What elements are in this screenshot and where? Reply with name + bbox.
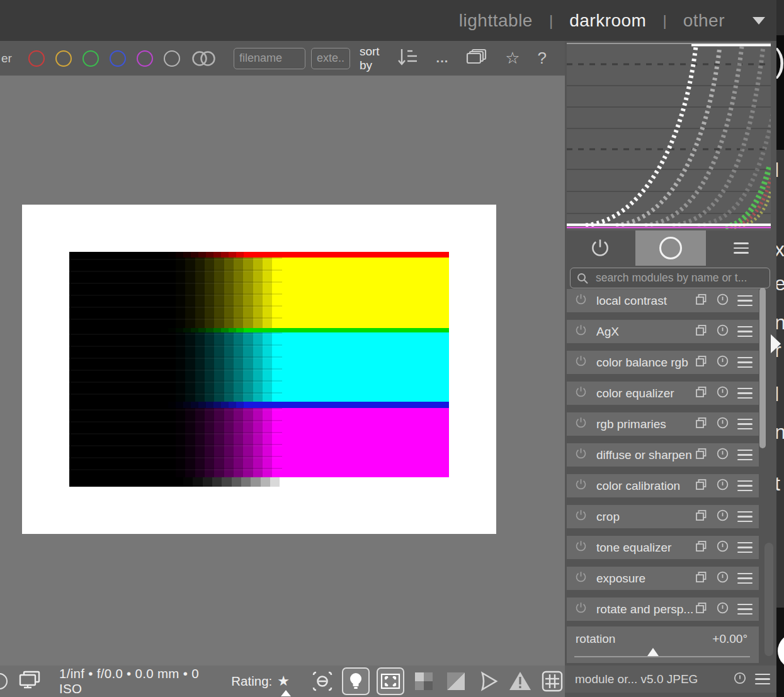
presets-menu-icon[interactable] — [737, 480, 753, 492]
module-name[interactable]: tone equalizer — [596, 541, 695, 555]
reset-icon[interactable] — [733, 671, 747, 688]
multi-instance-icon[interactable] — [695, 293, 708, 309]
color-filter-gray-icon[interactable] — [164, 50, 180, 67]
color-assessment-button[interactable] — [377, 667, 404, 695]
rotation-value[interactable]: +0.00° — [712, 632, 747, 646]
module-power-icon[interactable] — [574, 416, 588, 432]
multi-instance-icon[interactable] — [695, 447, 708, 463]
multi-instance-icon[interactable] — [695, 509, 708, 524]
double-circle-filter-icon[interactable] — [191, 50, 219, 67]
multi-instance-icon[interactable] — [695, 416, 708, 432]
reset-icon[interactable] — [716, 447, 729, 463]
color-filter-red-icon[interactable] — [28, 50, 45, 67]
reset-icon[interactable] — [716, 570, 729, 586]
module-row[interactable]: local contrast — [567, 289, 759, 312]
multi-instance-icon[interactable] — [695, 570, 708, 586]
module-power-icon[interactable] — [574, 570, 588, 586]
presets-menu-icon[interactable] — [737, 326, 753, 337]
extension-filter-input[interactable] — [311, 48, 350, 69]
panel-scrollbar[interactable] — [764, 543, 773, 656]
module-row[interactable]: tone equalizer — [567, 536, 759, 559]
module-row[interactable]: crop — [567, 505, 759, 528]
presets-menu-icon[interactable] — [737, 450, 753, 461]
multi-instance-icon[interactable] — [695, 478, 708, 494]
gamut-check-button[interactable] — [411, 669, 436, 694]
group-quick-access[interactable] — [635, 230, 706, 266]
presets-menu-icon[interactable] — [737, 388, 753, 399]
panel-collapse-arrow[interactable] — [771, 334, 781, 353]
module-row[interactable]: diffuse or sharpen — [567, 443, 759, 467]
reset-icon[interactable] — [716, 601, 729, 617]
multi-instance-icon[interactable] — [695, 385, 708, 401]
color-filter-purple-icon[interactable] — [137, 50, 153, 67]
sort-order-icon[interactable] — [397, 48, 419, 69]
histogram-scope[interactable] — [567, 43, 771, 230]
group-presets-menu[interactable] — [706, 230, 776, 266]
module-row[interactable]: exposure — [567, 567, 759, 590]
module-power-icon[interactable] — [574, 354, 588, 370]
star-rating-icon[interactable]: ☆ — [505, 48, 520, 68]
clipping-indicator-button[interactable] — [443, 669, 469, 694]
presets-menu-icon[interactable] — [737, 295, 753, 307]
reset-icon[interactable] — [716, 324, 729, 339]
reset-icon[interactable] — [716, 478, 729, 494]
module-list-scrollbar[interactable] — [759, 288, 766, 448]
presets-menu-icon[interactable] — [737, 542, 753, 553]
overexposure-warning-button[interactable] — [508, 669, 533, 694]
module-power-icon[interactable] — [574, 540, 588, 555]
module-search-input[interactable] — [594, 271, 764, 285]
reset-icon[interactable] — [716, 385, 729, 401]
multi-instance-icon[interactable] — [695, 601, 708, 617]
color-filter-yellow-icon[interactable] — [55, 50, 72, 67]
module-name[interactable]: color calibration — [596, 479, 695, 493]
filename-filter-input[interactable] — [234, 48, 305, 69]
module-power-icon[interactable] — [574, 601, 588, 617]
presets-menu-icon[interactable] — [755, 674, 770, 685]
module-name[interactable]: rotate and persp... — [596, 603, 695, 616]
module-row[interactable]: AgX — [567, 320, 759, 343]
module-name[interactable]: local contrast — [596, 294, 695, 308]
color-filter-green-icon[interactable] — [82, 50, 99, 67]
reset-icon[interactable] — [716, 416, 729, 432]
tab-other[interactable]: other — [683, 11, 725, 31]
rating-star-icon[interactable]: ★ — [277, 673, 290, 689]
tab-darkroom[interactable]: darkroom — [569, 11, 646, 31]
module-row[interactable]: color equalizer — [567, 382, 759, 405]
module-row[interactable]: rgb primaries — [567, 412, 759, 436]
reset-icon[interactable] — [716, 540, 729, 555]
help-icon[interactable]: ? — [538, 48, 547, 68]
module-power-icon[interactable] — [574, 385, 588, 401]
group-active-modules[interactable] — [565, 230, 635, 266]
color-filter-blue-icon[interactable] — [110, 50, 126, 67]
softproof-button[interactable] — [475, 669, 501, 694]
focus-peaking-button[interactable] — [310, 669, 335, 694]
reset-icon[interactable] — [716, 509, 729, 524]
raw-overexposed-button[interactable] — [342, 667, 370, 695]
presets-menu-icon[interactable] — [737, 604, 753, 615]
module-search[interactable] — [570, 268, 770, 288]
presets-menu-icon[interactable] — [737, 573, 753, 584]
presets-menu-icon[interactable] — [737, 357, 753, 368]
module-row[interactable]: rotate and persp... — [567, 598, 759, 621]
module-name[interactable]: diffuse or sharpen — [596, 448, 695, 462]
module-power-icon[interactable] — [574, 293, 588, 309]
module-name[interactable]: exposure — [596, 572, 695, 586]
guides-overlay-button[interactable] — [540, 669, 565, 694]
multi-instance-icon[interactable] — [695, 354, 708, 370]
module-name[interactable]: AgX — [596, 325, 695, 339]
rotation-slider-marker[interactable] — [647, 648, 659, 656]
rotation-slider-track[interactable] — [574, 656, 750, 658]
module-power-icon[interactable] — [574, 478, 588, 494]
tab-lighttable[interactable]: lighttable — [459, 11, 533, 31]
module-name[interactable]: crop — [596, 510, 695, 524]
display-profile-icon[interactable] — [18, 670, 42, 693]
module-power-icon[interactable] — [574, 447, 588, 463]
presets-menu-icon[interactable] — [737, 511, 753, 523]
module-power-icon[interactable] — [574, 509, 588, 524]
module-order-row[interactable]: module or... v5.0 JPEG — [565, 666, 776, 693]
reset-icon[interactable] — [716, 354, 729, 370]
module-row[interactable]: color calibration — [567, 474, 759, 497]
module-name[interactable]: rgb primaries — [596, 417, 695, 431]
module-power-icon[interactable] — [574, 324, 588, 339]
module-name[interactable]: color balance rgb — [596, 356, 695, 370]
